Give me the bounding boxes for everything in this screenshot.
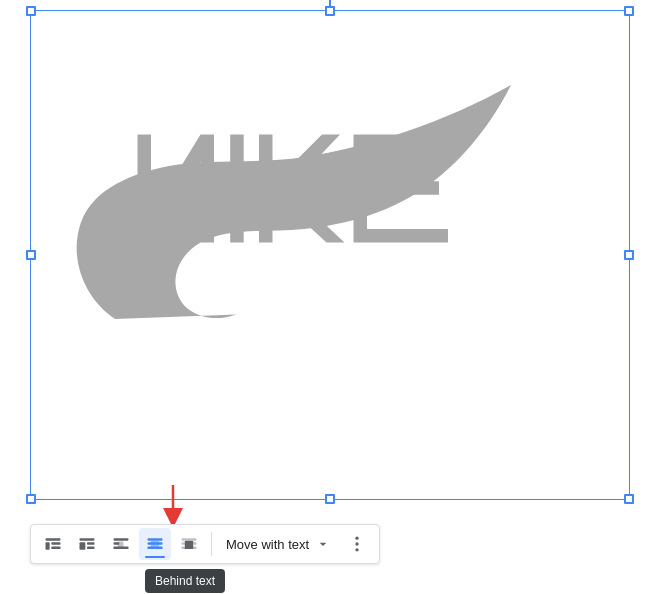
svg-rect-6 [80, 542, 86, 550]
move-with-text-label: Move with text [226, 537, 309, 552]
chevron-down-icon [315, 536, 331, 552]
move-with-text-button[interactable]: Move with text [218, 528, 339, 560]
nike-logo-image [61, 31, 601, 391]
image-toolbar: Move with text Behind text [30, 524, 380, 564]
more-vert-icon [347, 534, 367, 554]
wrap-break-button[interactable] [105, 528, 137, 560]
svg-point-22 [355, 542, 358, 545]
behind-text-tooltip: Behind text [145, 569, 225, 593]
svg-point-21 [355, 537, 358, 540]
handle-bot-center[interactable] [325, 494, 335, 504]
more-options-button[interactable] [341, 528, 373, 560]
handle-mid-right[interactable] [624, 250, 634, 260]
handle-top-center[interactable] [325, 6, 335, 16]
svg-rect-2 [46, 542, 50, 550]
handle-bot-left[interactable] [26, 494, 36, 504]
svg-rect-5 [80, 538, 95, 541]
svg-point-23 [355, 548, 358, 551]
svg-rect-3 [51, 542, 60, 545]
handle-bot-right[interactable] [624, 494, 634, 504]
svg-rect-20 [185, 541, 193, 549]
svg-rect-16 [151, 541, 159, 549]
toolbar-divider [211, 532, 212, 556]
svg-rect-12 [118, 542, 124, 548]
image-canvas [30, 10, 630, 500]
handle-top-right[interactable] [624, 6, 634, 16]
wrap-inline-button[interactable] [37, 528, 69, 560]
svg-rect-4 [51, 547, 60, 550]
svg-rect-17 [182, 538, 197, 541]
svg-rect-8 [87, 547, 95, 550]
svg-rect-13 [148, 538, 163, 541]
wrap-front-button[interactable] [173, 528, 205, 560]
wrap-behind-button[interactable] [139, 528, 171, 560]
wrap-left-button[interactable] [71, 528, 103, 560]
svg-rect-9 [114, 538, 129, 541]
svg-rect-7 [87, 542, 95, 545]
tooltip-text: Behind text [155, 574, 215, 588]
svg-rect-1 [46, 538, 61, 541]
handle-top-left[interactable] [26, 6, 36, 16]
handle-mid-left[interactable] [26, 250, 36, 260]
